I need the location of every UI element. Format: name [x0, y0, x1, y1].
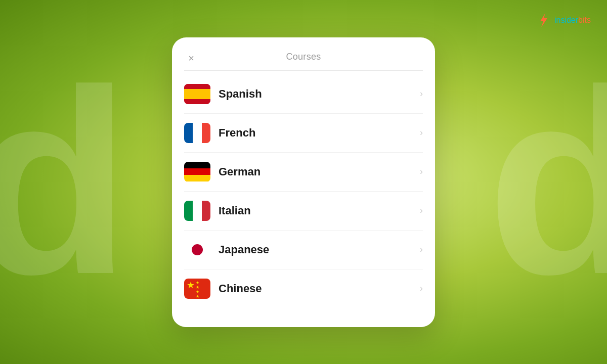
chevron-spanish: ›: [420, 88, 423, 99]
chevron-italian: ›: [420, 205, 423, 216]
flag-french: [184, 123, 210, 143]
course-item-chinese[interactable]: ★ ★ ★ ★ ★ Chinese ›: [184, 269, 423, 308]
course-name-french: French: [219, 126, 412, 140]
course-name-italian: Italian: [219, 204, 412, 217]
courses-modal: × Courses Spanish › French ›: [172, 37, 435, 327]
course-item-french[interactable]: French ›: [184, 114, 423, 153]
flag-spanish: [184, 84, 210, 104]
chevron-chinese: ›: [420, 283, 423, 294]
course-name-japanese: Japanese: [219, 243, 412, 256]
course-item-german[interactable]: German ›: [184, 153, 423, 192]
logo: insiderbits: [535, 12, 591, 28]
bolt-icon: [535, 12, 551, 28]
course-item-japanese[interactable]: Japanese ›: [184, 231, 423, 269]
flag-italian: [184, 201, 210, 221]
course-item-spanish[interactable]: Spanish ›: [184, 75, 423, 114]
course-list: Spanish › French › German ›: [172, 71, 435, 312]
bg-letter-left: d: [0, 51, 120, 313]
chevron-french: ›: [420, 127, 423, 138]
modal-title: Courses: [286, 52, 321, 62]
bottom-fade: [172, 312, 435, 327]
svg-marker-0: [540, 13, 547, 27]
course-name-german: German: [219, 165, 412, 178]
course-name-chinese: Chinese: [219, 282, 412, 295]
close-button[interactable]: ×: [184, 52, 198, 66]
flag-chinese: ★ ★ ★ ★ ★: [184, 279, 210, 299]
course-name-spanish: Spanish: [219, 87, 412, 101]
flag-japanese: [184, 240, 210, 260]
modal-header: × Courses: [172, 37, 435, 62]
flag-german: [184, 162, 210, 182]
chevron-japanese: ›: [420, 244, 423, 255]
bg-letter-right: d: [487, 51, 607, 313]
course-item-italian[interactable]: Italian ›: [184, 192, 423, 231]
chevron-german: ›: [420, 166, 423, 177]
logo-text: insiderbits: [554, 16, 591, 25]
